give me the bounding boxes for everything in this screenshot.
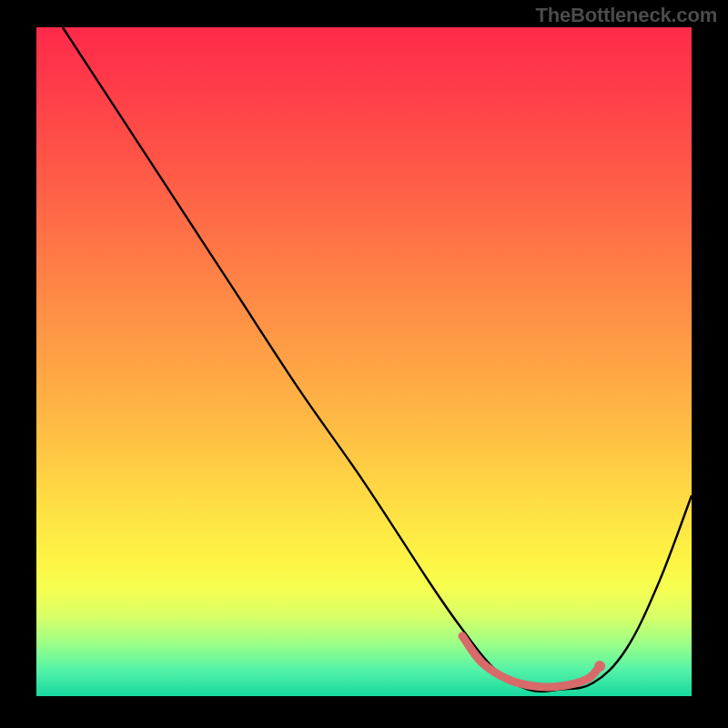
plot-area: [36, 27, 692, 696]
bottleneck-curve: [63, 27, 692, 692]
optimum-segment: [462, 636, 600, 687]
chart-container: TheBottleneck.com: [0, 0, 728, 728]
watermark-text: TheBottleneck.com: [535, 4, 717, 27]
bottleneck-curve-svg: [36, 27, 692, 696]
optimum-point: [594, 661, 605, 672]
